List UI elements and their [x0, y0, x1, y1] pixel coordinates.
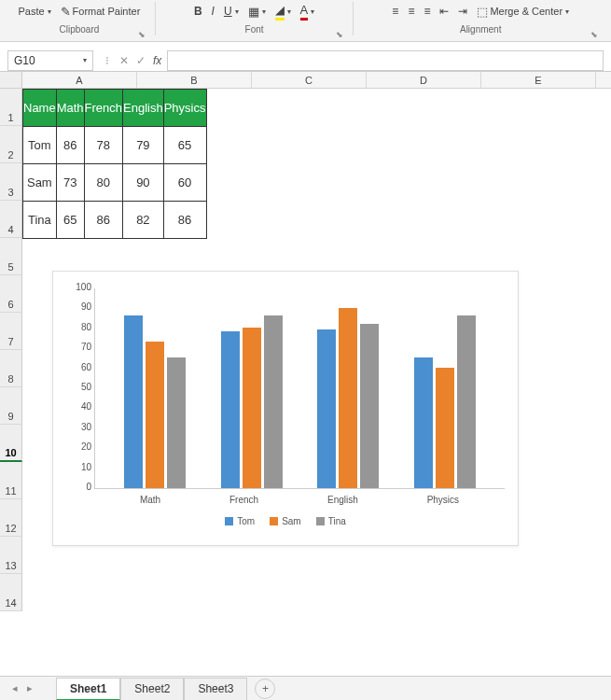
sheet-tab[interactable]: Sheet3: [184, 678, 247, 701]
underline-button[interactable]: U▾: [221, 4, 242, 19]
sheet-tab[interactable]: Sheet2: [120, 678, 184, 701]
column-header[interactable]: E: [481, 72, 596, 88]
accept-formula-button[interactable]: ✓: [132, 54, 149, 67]
chart-bar: [167, 357, 186, 488]
font-color-icon: A: [300, 3, 309, 21]
font-group-label: Font: [161, 24, 348, 36]
table-cell[interactable]: Tom: [23, 127, 57, 164]
row-header[interactable]: 7: [0, 313, 22, 350]
row-header[interactable]: 6: [0, 275, 22, 313]
add-sheet-button[interactable]: +: [255, 679, 275, 699]
legend-item: Tina: [316, 516, 346, 526]
column-header[interactable]: D: [367, 72, 481, 88]
table-header[interactable]: English: [123, 90, 164, 127]
fill-color-button[interactable]: ◢▾: [272, 2, 294, 21]
sep-icon: ⁝: [99, 54, 116, 67]
row-header[interactable]: 10: [0, 425, 22, 462]
borders-button[interactable]: ▦▾: [245, 4, 269, 20]
align-top-button[interactable]: ≡: [389, 4, 401, 19]
row-header[interactable]: 9: [0, 387, 22, 425]
row-header[interactable]: 4: [0, 201, 22, 238]
table-cell[interactable]: 73: [56, 164, 84, 202]
chart-plot-area: 1009080706050403020100: [94, 288, 505, 489]
cell-reference: G10: [14, 54, 35, 67]
table-header[interactable]: Math: [56, 90, 84, 127]
table-header[interactable]: Name: [23, 90, 57, 127]
table-cell[interactable]: 90: [123, 164, 164, 202]
paste-button[interactable]: Paste▾: [15, 5, 53, 18]
row-header[interactable]: 5: [0, 238, 22, 275]
chart-bar: [360, 324, 379, 488]
chart-x-axis-labels: MathFrenchEnglishPhysics: [94, 489, 505, 505]
chart[interactable]: 1009080706050403020100 MathFrenchEnglish…: [52, 271, 519, 546]
row-header[interactable]: 8: [0, 350, 22, 387]
tab-nav-prev[interactable]: ◂: [7, 682, 22, 694]
row-header[interactable]: 1: [0, 89, 22, 126]
row-headers: 1234567891011121314: [0, 89, 22, 611]
table-cell[interactable]: 86: [56, 127, 84, 164]
chart-bar: [243, 328, 261, 488]
row-header[interactable]: 3: [0, 163, 22, 201]
chart-bar: [436, 368, 454, 488]
table-cell[interactable]: 86: [163, 202, 206, 239]
table-header[interactable]: Physics: [163, 90, 206, 127]
ribbon: Paste▾ ✎ Format Painter Clipboard ⬊ B I …: [0, 0, 611, 42]
merge-center-button[interactable]: ⬚ Merge & Center▾: [474, 4, 572, 20]
alignment-group-label: Alignment: [359, 24, 602, 36]
table-cell[interactable]: 65: [56, 202, 84, 239]
sheet-tabs-bar: ◂ ▸ Sheet1Sheet2Sheet3 +: [0, 676, 611, 700]
table-cell[interactable]: Tina: [23, 202, 57, 239]
chart-bars: [95, 288, 505, 488]
table-cell[interactable]: 79: [123, 127, 164, 164]
bold-button[interactable]: B: [191, 4, 205, 19]
row-header[interactable]: 2: [0, 126, 22, 163]
row-header[interactable]: 12: [0, 499, 22, 537]
chart-bar: [264, 315, 283, 488]
ribbon-group-font: B I U▾ ▦▾ ◢▾ A▾ Font ⬊: [161, 0, 348, 41]
column-header[interactable]: A: [22, 72, 137, 88]
tab-nav-next[interactable]: ▸: [22, 682, 37, 694]
chevron-down-icon: ▾: [83, 56, 87, 64]
table-cell[interactable]: 65: [163, 127, 206, 164]
table-header[interactable]: French: [84, 90, 122, 127]
decrease-indent-button[interactable]: ⇤: [437, 4, 451, 19]
table-cell[interactable]: 82: [123, 202, 164, 239]
chart-y-axis-labels: 1009080706050403020100: [69, 282, 91, 492]
column-header[interactable]: C: [252, 72, 367, 88]
table-cell[interactable]: Sam: [23, 164, 57, 202]
dialog-launcher-icon[interactable]: ⬊: [590, 30, 600, 39]
cancel-formula-button[interactable]: ✕: [116, 54, 132, 67]
increase-indent-button[interactable]: ⇥: [455, 4, 470, 19]
brush-icon: ✎: [61, 5, 71, 19]
clipboard-group-label: Clipboard: [9, 24, 149, 36]
fx-label[interactable]: fx: [153, 54, 161, 67]
formula-input[interactable]: [167, 50, 604, 71]
data-table: NameMathFrenchEnglishPhysicsTom86787965S…: [22, 89, 207, 239]
dialog-launcher-icon[interactable]: ⬊: [138, 30, 147, 39]
chart-bar: [457, 315, 476, 488]
table-cell[interactable]: 60: [163, 164, 206, 202]
sheet-tab[interactable]: Sheet1: [56, 678, 120, 701]
chart-bar: [414, 357, 433, 488]
chart-legend: TomSamTina: [66, 516, 505, 526]
legend-item: Sam: [270, 516, 301, 526]
dialog-launcher-icon[interactable]: ⬊: [336, 30, 345, 39]
ribbon-group-clipboard: Paste▾ ✎ Format Painter Clipboard ⬊: [9, 0, 149, 41]
chart-bar: [146, 342, 164, 488]
formula-bar: G10 ▾ ⁝ ✕ ✓ fx: [0, 49, 611, 72]
row-header[interactable]: 13: [0, 537, 22, 574]
format-painter-button[interactable]: ✎ Format Painter: [58, 4, 144, 20]
row-header[interactable]: 14: [0, 574, 22, 611]
table-cell[interactable]: 78: [84, 127, 122, 164]
name-box[interactable]: G10 ▾: [7, 50, 93, 71]
row-header[interactable]: 11: [0, 462, 22, 499]
table-cell[interactable]: 86: [84, 202, 122, 239]
table-cell[interactable]: 80: [84, 164, 122, 202]
align-middle-button[interactable]: ≡: [405, 4, 417, 19]
column-header[interactable]: B: [137, 72, 252, 88]
select-all-corner[interactable]: [0, 72, 22, 88]
chart-bar: [221, 331, 240, 488]
align-bottom-button[interactable]: ≡: [421, 4, 433, 19]
font-color-button[interactable]: A▾: [298, 2, 318, 21]
italic-button[interactable]: I: [209, 4, 217, 19]
